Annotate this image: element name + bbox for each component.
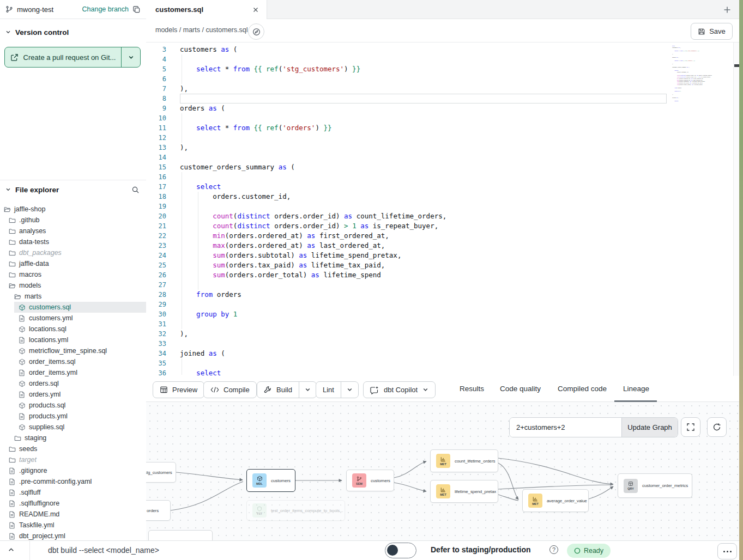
- tab-lineage[interactable]: Lineage: [623, 385, 649, 393]
- copy-icon[interactable]: [132, 5, 141, 14]
- tab-compiled-code[interactable]: Compiled code: [558, 385, 607, 393]
- code-line-11[interactable]: 11 select * from {{ ref('orders') }}: [146, 123, 332, 133]
- update-graph-button[interactable]: Update Graph: [621, 418, 678, 437]
- code-line-20[interactable]: 20 count(distinct orders.order_id) as co…: [146, 211, 446, 221]
- lineage-node-count_lifetime_orders[interactable]: METcount_lifetime_orders: [430, 449, 498, 472]
- dbt-copilot-button[interactable]: dbt Copilot: [363, 381, 436, 398]
- code-line-33[interactable]: 33: [146, 339, 180, 349]
- file-explorer-header[interactable]: File explorer: [0, 184, 146, 196]
- lint-button[interactable]: Lint: [316, 382, 341, 398]
- lineage-node-test_order_items_compute_to_bools[interactable]: TSTtest_order_items_compute_to_bools...: [246, 500, 345, 521]
- editor-scrollbar[interactable]: [733, 42, 739, 376]
- tab-results[interactable]: Results: [460, 385, 484, 393]
- code-line-36[interactable]: 36 select: [146, 368, 221, 376]
- create-pr-button[interactable]: Create a pull request on Git...: [4, 47, 141, 68]
- tree-item-.sqlfluffignore[interactable]: .sqlfluffignore: [0, 498, 146, 509]
- lineage-node-partial[interactable]: [148, 530, 213, 540]
- code-line-21[interactable]: 21 count(distinct orders.order_id) > 1 a…: [146, 221, 438, 231]
- command-input[interactable]: dbt build --select <model_name>: [48, 546, 159, 555]
- tree-item-supplies.sql[interactable]: supplies.sql: [0, 422, 146, 433]
- tree-item-seeds[interactable]: seeds: [0, 443, 146, 454]
- code-line-8[interactable]: 8: [146, 94, 180, 104]
- more-options-button[interactable]: [717, 543, 737, 559]
- code-line-31[interactable]: 31: [146, 319, 180, 329]
- build-caret-button[interactable]: [299, 382, 316, 398]
- tree-item-analyses[interactable]: analyses: [0, 226, 146, 236]
- tree-item-orders.sql[interactable]: orders.sql: [0, 378, 146, 389]
- tree-item-jaffle-data[interactable]: jaffle-data: [0, 258, 146, 269]
- code-line-22[interactable]: 22 min(orders.ordered_at) as first_order…: [146, 231, 389, 241]
- close-icon[interactable]: [252, 7, 259, 13]
- lineage-node-stg_customers[interactable]: stg_customers: [146, 462, 176, 483]
- lint-caret-button[interactable]: [341, 382, 358, 398]
- create-pr-button-main[interactable]: Create a pull request on Git...: [5, 47, 121, 67]
- create-pr-caret-button[interactable]: [121, 47, 140, 67]
- code-line-27[interactable]: 27: [146, 280, 180, 290]
- tree-item-products.yml[interactable]: products.yml: [0, 411, 146, 422]
- lineage-node-orders[interactable]: orders: [146, 500, 171, 521]
- tree-item-models[interactable]: models: [0, 280, 146, 291]
- code-line-3[interactable]: 3customers as (: [146, 45, 237, 54]
- lineage-selector-input[interactable]: [510, 418, 621, 437]
- tree-item-customers.sql[interactable]: customers.sql: [0, 302, 146, 313]
- editor-minimap[interactable]: withcustomers as ( select * from {{ ref(…: [672, 45, 725, 111]
- tab-code-quality[interactable]: Code quality: [500, 385, 541, 393]
- code-line-14[interactable]: 14: [146, 153, 180, 162]
- build-button-group[interactable]: Build: [257, 381, 317, 398]
- tree-item-Taskfile.yml[interactable]: Taskfile.yml: [0, 520, 146, 531]
- compile-button[interactable]: Compile: [203, 381, 257, 398]
- code-line-30[interactable]: 30 group by 1: [146, 309, 237, 319]
- change-branch-link[interactable]: Change branch: [82, 5, 129, 13]
- compass-icon[interactable]: [248, 23, 264, 40]
- code-line-32[interactable]: 32),: [146, 329, 188, 339]
- tree-item-data-tests[interactable]: data-tests: [0, 236, 146, 247]
- code-line-28[interactable]: 28 from orders: [146, 290, 241, 300]
- help-icon[interactable]: [549, 545, 558, 554]
- save-button[interactable]: Save: [691, 23, 733, 40]
- code-line-19[interactable]: 19: [146, 202, 180, 211]
- lineage-panel[interactable]: stg_customersordersMDLcustomersTSTtest_o…: [146, 402, 739, 540]
- tree-item-.sqlfluff[interactable]: .sqlfluff: [0, 487, 146, 498]
- code-line-34[interactable]: 34joined as (: [146, 349, 225, 358]
- version-control-header[interactable]: Version control: [0, 26, 147, 38]
- code-line-7[interactable]: 7),: [146, 84, 188, 94]
- code-line-24[interactable]: 24 sum(orders.subtotal) as lifetime_spen…: [146, 251, 401, 260]
- code-line-6[interactable]: 6: [146, 74, 180, 84]
- lineage-node-lifetime_spend_pretax[interactable]: METlifetime_spend_pretax: [430, 480, 498, 503]
- refresh-button[interactable]: [707, 417, 727, 437]
- preview-button[interactable]: Preview: [153, 381, 204, 398]
- breadcrumb[interactable]: models / marts / customers.sql: [155, 26, 248, 34]
- tree-item-products.sql[interactable]: products.sql: [0, 400, 146, 411]
- tree-item-locations.sql[interactable]: locations.sql: [0, 324, 146, 334]
- tree-item-macros[interactable]: macros: [0, 269, 146, 280]
- code-line-12[interactable]: 12: [146, 133, 180, 143]
- code-line-35[interactable]: 35: [146, 358, 180, 368]
- lineage-node-customers[interactable]: MDLcustomers: [246, 469, 295, 492]
- tree-item-order-items.yml[interactable]: order_items.yml: [0, 367, 146, 378]
- code-line-5[interactable]: 5 select * from {{ ref('stg_customers') …: [146, 64, 360, 74]
- code-line-17[interactable]: 17 select: [146, 182, 221, 192]
- tree-item-order-items.sql[interactable]: order_items.sql: [0, 356, 146, 367]
- fullscreen-button[interactable]: [681, 417, 700, 437]
- lint-button-group[interactable]: Lint: [316, 381, 359, 398]
- code-line-29[interactable]: 29: [146, 300, 180, 309]
- code-line-10[interactable]: 10: [146, 113, 180, 123]
- tree-item-orders.yml[interactable]: orders.yml: [0, 389, 146, 400]
- tree-item-locations.yml[interactable]: locations.yml: [0, 334, 146, 345]
- tree-item-.github[interactable]: .github: [0, 215, 146, 226]
- code-line-16[interactable]: 16: [146, 172, 180, 182]
- tree-item-dbt-packages[interactable]: dbt_packages: [0, 247, 146, 258]
- tree-item-.pre-commit-config.yaml[interactable]: .pre-commit-config.yaml: [0, 476, 146, 487]
- code-line-4[interactable]: 4: [146, 54, 180, 64]
- scrollbar-thumb[interactable]: [734, 64, 739, 67]
- tree-item-metricflow-time-spine.sql[interactable]: metricflow_time_spine.sql: [0, 345, 146, 356]
- code-line-15[interactable]: 15customer_orders_summary as (: [146, 162, 295, 172]
- code-line-13[interactable]: 13),: [146, 143, 188, 153]
- tree-item-dbt-project.yml[interactable]: dbt_project.yml: [0, 531, 146, 540]
- lineage-node-average_order_value[interactable]: METaverage_order_value: [522, 489, 589, 512]
- search-icon[interactable]: [131, 186, 141, 194]
- tab-customers-sql[interactable]: customers.sql: [146, 0, 267, 19]
- tree-item-staging[interactable]: staging: [0, 433, 146, 443]
- code-editor[interactable]: 2with3customers as (45 select * from {{ …: [146, 42, 739, 376]
- tree-item-jaffle-shop[interactable]: jaffle-shop: [0, 204, 146, 215]
